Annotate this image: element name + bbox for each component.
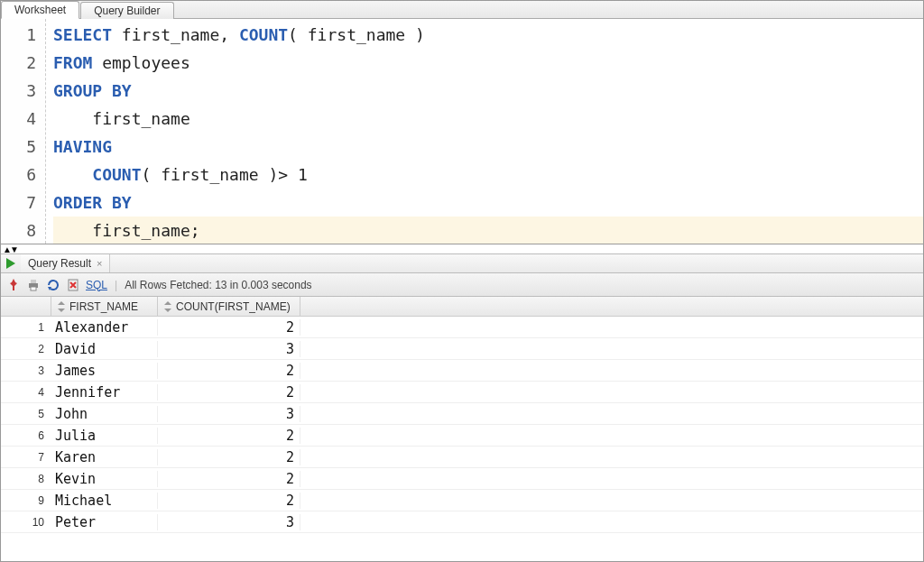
column-header-count[interactable]: COUNT(FIRST_NAME)	[158, 297, 300, 316]
column-header-label: FIRST_NAME	[69, 300, 138, 313]
row-number: 9	[1, 494, 51, 507]
cell-count[interactable]: 2	[158, 384, 300, 401]
result-toolbar: SQL | All Rows Fetched: 13 in 0.003 seco…	[1, 273, 923, 297]
code-line[interactable]: first_name;	[53, 217, 923, 244]
grid-rownum-header	[1, 297, 51, 316]
pin-icon[interactable]	[6, 278, 21, 292]
results-grid: FIRST_NAME COUNT(FIRST_NAME) 1Alexander2…	[1, 297, 923, 533]
tab-query-builder[interactable]: Query Builder	[80, 2, 173, 19]
table-row[interactable]: 7Karen2	[1, 447, 923, 468]
cell-count[interactable]: 3	[158, 514, 300, 530]
sql-keyword: GROUP BY	[53, 81, 132, 100]
sql-text: employees	[92, 53, 189, 72]
code-line[interactable]: GROUP BY	[53, 77, 923, 105]
sort-icon	[57, 301, 66, 312]
table-row[interactable]: 8Kevin2	[1, 468, 923, 490]
table-row[interactable]: 5John3	[1, 403, 923, 425]
column-header-label: COUNT(FIRST_NAME)	[176, 300, 291, 313]
grid-body: 1Alexander22David33James24Jennifer25John…	[1, 317, 923, 533]
line-number: 7	[1, 189, 36, 217]
cell-first-name[interactable]: Julia	[51, 428, 158, 444]
line-number: 4	[1, 105, 36, 133]
row-number: 10	[1, 516, 51, 529]
close-icon[interactable]: ×	[97, 258, 102, 269]
cell-count[interactable]: 3	[158, 341, 300, 357]
tab-worksheet[interactable]: Worksheet	[1, 1, 79, 19]
sql-text: ( first_name )	[288, 25, 425, 44]
sql-text	[53, 165, 92, 184]
row-number: 4	[1, 386, 51, 399]
cell-first-name[interactable]: Kevin	[51, 471, 158, 487]
result-tab-label: Query Result	[28, 257, 91, 270]
cell-first-name[interactable]: James	[51, 363, 158, 379]
fetch-status: All Rows Fetched: 13 in 0.003 seconds	[125, 279, 311, 291]
svg-marker-6	[58, 301, 65, 305]
sql-editor[interactable]: 12345678 SELECT first_name, COUNT( first…	[1, 19, 923, 244]
svg-marker-8	[164, 301, 171, 305]
line-number: 2	[1, 49, 36, 77]
sql-link[interactable]: SQL	[86, 279, 107, 291]
svg-rect-2	[31, 280, 36, 283]
delete-icon[interactable]	[66, 278, 80, 292]
table-row[interactable]: 6Julia2	[1, 425, 923, 447]
svg-marker-9	[164, 309, 171, 312]
table-row[interactable]: 10Peter3	[1, 511, 923, 533]
run-play-icon[interactable]	[5, 257, 17, 270]
table-row[interactable]: 4Jennifer2	[1, 382, 923, 403]
code-line[interactable]: first_name	[53, 105, 923, 133]
code-line[interactable]: COUNT( first_name )> 1	[53, 161, 923, 189]
row-number: 7	[1, 451, 51, 464]
cell-first-name[interactable]: Karen	[51, 449, 158, 465]
svg-marker-0	[6, 258, 15, 269]
row-number: 5	[1, 408, 51, 420]
svg-rect-3	[31, 287, 36, 290]
sql-keyword: FROM	[53, 53, 92, 72]
grid-header-row: FIRST_NAME COUNT(FIRST_NAME)	[1, 297, 923, 317]
table-row[interactable]: 9Michael2	[1, 490, 923, 511]
code-area[interactable]: SELECT first_name, COUNT( first_name )FR…	[46, 19, 923, 244]
svg-marker-7	[58, 309, 65, 312]
line-number: 1	[1, 21, 36, 49]
pane-splitter[interactable]: ▲▼	[1, 244, 923, 253]
line-number: 3	[1, 77, 36, 105]
sql-text: first_name,	[112, 25, 239, 44]
cell-first-name[interactable]: Michael	[51, 493, 158, 509]
table-row[interactable]: 2David3	[1, 338, 923, 360]
cell-count[interactable]: 2	[158, 319, 300, 336]
cell-first-name[interactable]: Peter	[51, 514, 158, 530]
row-number: 1	[1, 321, 51, 334]
sql-keyword: COUNT	[239, 25, 288, 44]
cell-count[interactable]: 3	[158, 406, 300, 422]
cell-first-name[interactable]: Alexander	[51, 319, 158, 336]
table-row[interactable]: 1Alexander2	[1, 317, 923, 338]
row-number: 3	[1, 364, 51, 377]
cell-first-name[interactable]: John	[51, 406, 158, 422]
cell-count[interactable]: 2	[158, 493, 300, 509]
code-line[interactable]: HAVING	[53, 133, 923, 161]
line-number-gutter: 12345678	[1, 19, 46, 244]
tab-query-result[interactable]: Query Result ×	[21, 254, 110, 272]
column-header-first-name[interactable]: FIRST_NAME	[51, 297, 158, 316]
cell-count[interactable]: 2	[158, 428, 300, 444]
table-row[interactable]: 3James2	[1, 360, 923, 382]
sort-icon	[163, 301, 172, 312]
refresh-icon[interactable]	[46, 278, 60, 292]
cell-count[interactable]: 2	[158, 449, 300, 465]
cell-first-name[interactable]: Jennifer	[51, 384, 158, 401]
code-line[interactable]: SELECT first_name, COUNT( first_name )	[53, 21, 923, 49]
top-tab-bar: Worksheet Query Builder	[1, 1, 923, 19]
toolbar-separator: |	[115, 279, 117, 291]
sql-text: first_name;	[53, 221, 200, 240]
code-line[interactable]: FROM employees	[53, 49, 923, 77]
cell-first-name[interactable]: David	[51, 341, 158, 357]
row-number: 8	[1, 473, 51, 485]
sql-text: ( first_name )> 1	[142, 165, 308, 184]
sql-keyword: COUNT	[92, 165, 141, 184]
line-number: 6	[1, 161, 36, 189]
sql-keyword: HAVING	[53, 137, 112, 156]
cell-count[interactable]: 2	[158, 363, 300, 379]
row-number: 2	[1, 343, 51, 355]
cell-count[interactable]: 2	[158, 471, 300, 487]
print-icon[interactable]	[26, 278, 41, 292]
code-line[interactable]: ORDER BY	[53, 189, 923, 217]
